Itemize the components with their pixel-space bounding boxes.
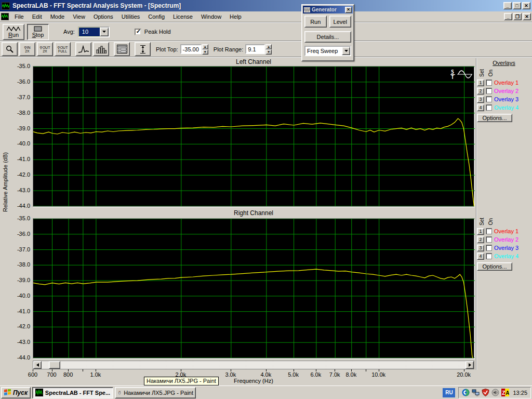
menu-license[interactable]: License [169,12,197,21]
zoom-in-2x-button[interactable]: ⚲IN2X [19,42,35,56]
mdi-close-button[interactable]: ✕ [523,13,531,20]
menu-utilities[interactable]: Utilities [117,12,144,21]
sweep-dropdown-arrow-icon[interactable] [342,47,350,55]
overlay-3-checkbox[interactable] [486,245,492,251]
overlay-2-checkbox[interactable] [486,88,492,94]
scroll-left-button[interactable] [33,361,42,369]
generator-title-bar[interactable]: Generator ✕ [303,6,353,14]
overlay-4-checkbox[interactable] [486,104,492,111]
plot-top-label: Plot Top: [156,46,178,52]
overlay-2-set-button[interactable]: 2 [477,88,484,95]
volume-tray-icon[interactable] [491,389,499,396]
overlay-2-checkbox[interactable] [486,236,492,243]
language-indicator[interactable]: RU [443,388,455,397]
generator-sweep-value: Freq Sweep [305,47,342,55]
close-button[interactable]: ✕ [522,2,530,9]
display-options-button[interactable] [114,42,130,56]
frequency-scrollbar[interactable] [33,361,474,369]
antivirus-shield-tray-icon[interactable] [482,389,489,396]
line-plot-button[interactable] [75,42,91,56]
overlay-3-checkbox[interactable] [486,96,492,102]
bar-chart-icon [96,45,107,54]
overlay-2-set-button[interactable]: 2 [477,236,484,243]
plot-range-input[interactable]: 9.1 [245,44,265,54]
right-channel-plot[interactable] [33,218,474,358]
overlay-row: 2 Overlay 2 [477,87,531,95]
maximize-button[interactable]: □ [513,2,521,9]
generator-details-button[interactable]: Details... [304,31,351,43]
mdi-restore-button[interactable]: ❐ [513,13,522,20]
overlay-1-set-button[interactable]: 1 [477,228,484,235]
autoscale-button[interactable] [135,42,151,56]
overlay-1-checkbox[interactable] [486,228,492,234]
y-tick-label: -42.0 [0,323,30,329]
set-column-label: Set [479,69,485,77]
network-tray-icon[interactable] [472,389,480,396]
overlay-4-label: Overlay 4 [494,253,518,259]
zoom-out-full-icon: ⚲OUT [58,46,68,49]
mdi-child-icon[interactable] [1,13,9,20]
plot-top-input[interactable]: -35.00 [180,44,202,54]
stop-button[interactable]: Stop [27,24,49,40]
paint-task-icon [117,389,122,396]
overlays-title: Overlays [477,60,531,66]
zoom-out-2x-button[interactable]: ⚲OUT2X [37,42,53,56]
menu-window[interactable]: Window [197,12,225,21]
overlay-row: 2 Overlay 2 [477,235,531,244]
menu-file[interactable]: File [10,12,28,21]
overlay-row: 3 Overlay 3 [477,244,531,252]
run-button[interactable]: Run [3,24,24,40]
mdi-minimize-button[interactable]: _ [504,13,512,20]
spectralab-task-icon [35,389,43,396]
avg-label: Avg: [63,29,75,35]
minimize-button[interactable]: _ [503,2,512,9]
task-paint[interactable]: Накамичи ЛХ5.JPG - Paint [115,387,196,398]
menu-config[interactable]: Config [144,12,169,21]
overlays-options-button[interactable]: Options... [477,262,512,271]
media-player-tray-icon[interactable] [462,389,470,396]
peak-hold-checkbox[interactable] [135,29,141,35]
overlay-4-set-button[interactable]: 4 [477,253,484,260]
generator-run-button[interactable]: Run [304,16,327,28]
avg-dropdown-arrow-icon[interactable] [100,28,109,36]
right-channel-title: Right Channel [33,209,474,217]
overlay-3-set-button[interactable]: 3 [477,245,484,251]
clock[interactable]: 13:25 [513,390,527,396]
menu-mode[interactable]: Mode [46,12,69,21]
overlay-1-checkbox[interactable] [486,79,492,86]
y-tick-label: -41.0 [0,308,30,314]
y-tick-label: -39.0 [0,277,30,283]
avg-dropdown[interactable]: 10 [78,26,110,37]
overlay-3-set-button[interactable]: 3 [477,96,484,103]
overlay-4-checkbox[interactable] [486,253,492,259]
overlay-1-set-button[interactable]: 1 [477,79,484,86]
menu-edit[interactable]: Edit [28,12,46,21]
bar-plot-button[interactable] [93,42,109,56]
plot-range-spinner[interactable]: ▲▼ [265,44,272,54]
overlay-4-label: Overlay 4 [494,104,518,111]
scroll-right-button[interactable] [466,361,474,369]
generator-close-icon[interactable]: ✕ [345,7,352,13]
menu-help[interactable]: Help [225,12,246,21]
left-channel-plot[interactable] [33,66,474,207]
generator-window[interactable]: Generator ✕ Run Level Details... Freq Sw… [301,4,354,61]
zonealarm-tray-icon[interactable]: ZA [501,389,509,396]
overlay-4-set-button[interactable]: 4 [477,104,484,111]
generator-level-button[interactable]: Level [329,16,352,28]
x-tick-label: 600 [28,371,37,378]
menu-options[interactable]: Options [89,12,117,21]
plot-top-spinner[interactable]: ▲▼ [202,44,208,54]
overlay-1-label: Overlay 1 [494,79,518,86]
task-spectralab[interactable]: SpectraLAB - FFT Spe... [32,387,113,398]
zoom-tool-button[interactable] [2,42,18,56]
generator-sweep-dropdown[interactable]: Freq Sweep [304,46,351,56]
windows-logo-icon [4,389,11,396]
menu-view[interactable]: View [69,12,89,21]
overlays-options-button[interactable]: Options... [477,114,512,122]
start-button[interactable]: Пуск [1,387,31,398]
stop-button-label: Stop [32,32,44,38]
scrollbar-thumb[interactable] [49,361,60,369]
zoom-out-full-button[interactable]: ⚲OUTFULL [55,42,71,56]
svg-text:T: T [451,74,454,80]
overlays-panel-right: Set On 1 Overlay 1 2 Overlay 2 3 Overlay… [477,216,531,271]
